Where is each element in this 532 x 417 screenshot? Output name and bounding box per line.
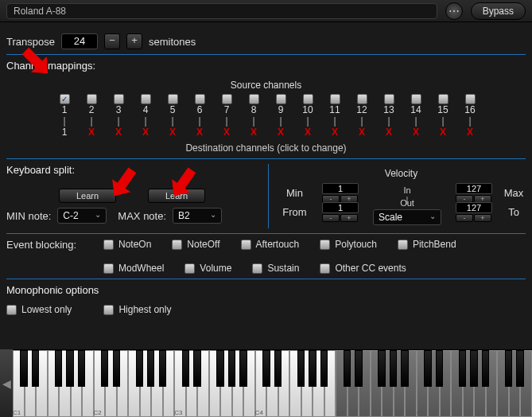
black-key[interactable] [516,350,523,387]
black-key[interactable] [136,350,143,387]
black-key[interactable] [355,350,362,387]
source-channel-checkbox[interactable] [465,94,476,104]
source-channel-checkbox[interactable] [357,94,367,104]
event-block-checkbox[interactable] [320,263,330,274]
virtual-keyboard[interactable]: C1C2C3C4C5C6 [13,349,532,417]
destination-channel[interactable]: X [413,127,419,138]
destination-channel[interactable]: X [386,127,392,138]
min-note-label: MIN note: [6,210,51,222]
black-key[interactable] [113,350,120,387]
source-channel-checkbox[interactable]: ✓ [60,94,70,104]
source-channel-checkbox[interactable] [168,94,178,104]
source-channel-checkbox[interactable] [411,94,421,104]
destination-channel[interactable]: X [359,127,365,138]
source-channel-checkbox[interactable] [222,94,232,104]
destination-channel[interactable]: X [115,127,122,138]
black-key[interactable] [320,350,328,387]
destination-channel[interactable]: X [278,127,284,138]
black-key[interactable] [216,350,223,387]
octave-label: C6 [417,409,425,416]
event-block-checkbox[interactable] [172,240,182,250]
event-block-checkbox[interactable] [398,240,408,250]
destination-channel[interactable]: X [88,127,95,138]
source-channel-number: 13 [383,104,394,115]
black-key[interactable] [459,350,466,387]
destination-channel[interactable]: X [142,127,149,138]
keyboard-scroll-left[interactable]: ◀ [0,349,13,417]
transpose-decrement[interactable]: − [104,33,120,49]
destination-channel[interactable]: X [196,127,203,138]
learn-min-button[interactable]: Learn [59,189,116,203]
lowest-only-checkbox[interactable] [6,305,17,315]
black-key[interactable] [309,350,316,387]
source-channel-checkbox[interactable] [87,94,97,104]
destination-channel[interactable]: X [467,127,473,138]
black-key[interactable] [228,350,235,387]
velocity-max-stepper[interactable]: 127 -+ [456,183,492,203]
source-channel-checkbox[interactable] [195,94,205,104]
black-key[interactable] [239,350,247,387]
black-key[interactable] [436,350,443,387]
black-key[interactable] [390,350,397,387]
source-channel-checkbox[interactable] [384,94,394,104]
source-channel-checkbox[interactable] [249,94,259,104]
black-key[interactable] [78,350,85,387]
transpose-value[interactable]: 24 [61,33,98,49]
max-note-select[interactable]: B2 [173,208,222,224]
event-block-checkbox[interactable] [103,263,114,274]
mapping-bar: | [198,115,200,127]
destination-channel[interactable]: X [250,127,257,138]
mapping-bar: | [90,115,92,127]
black-key[interactable] [401,350,408,387]
bypass-button[interactable]: Bypass [471,2,526,20]
black-key[interactable] [159,350,166,387]
black-key[interactable] [66,350,73,387]
black-key[interactable] [482,350,489,387]
velocity-to-stepper[interactable]: 127 -+ [456,202,492,222]
black-key[interactable] [505,350,512,387]
event-block-checkbox[interactable] [252,263,262,274]
velocity-mode-select[interactable]: Scale [373,209,441,225]
event-block-checkbox[interactable] [103,240,114,250]
event-block-checkbox[interactable] [320,240,330,250]
learn-max-button[interactable]: Learn [148,189,205,203]
device-title[interactable]: Roland A-88 [6,3,437,19]
black-key[interactable] [470,350,477,387]
highest-only-checkbox[interactable] [103,305,114,315]
destination-channel[interactable]: X [223,127,230,138]
black-key[interactable] [32,350,39,387]
black-key[interactable] [262,350,270,387]
black-key[interactable] [274,350,282,387]
transpose-increment[interactable]: + [126,33,142,49]
event-block-checkbox[interactable] [241,240,251,250]
black-key[interactable] [424,350,431,387]
black-key[interactable] [55,350,62,387]
black-key[interactable] [344,350,351,387]
octave-label: C3 [174,409,182,416]
destination-channel[interactable]: X [305,127,311,138]
black-key[interactable] [147,350,154,387]
source-channel-checkbox[interactable] [303,94,313,104]
destination-channel[interactable]: 1 [62,127,68,138]
min-note-select[interactable]: C-2 [57,208,107,224]
more-icon[interactable]: ⋯ [445,2,463,20]
black-key[interactable] [297,350,305,387]
source-channel-checkbox[interactable] [141,94,151,104]
mapping-bar: | [225,115,227,127]
velocity-from-stepper[interactable]: 1 -+ [322,202,359,222]
black-key[interactable] [20,350,27,387]
velocity-min-stepper[interactable]: 1 -+ [322,183,359,203]
destination-channel[interactable]: X [440,127,446,138]
black-key[interactable] [182,350,189,387]
source-channel-checkbox[interactable] [276,94,286,104]
octave-label: C2 [94,409,102,416]
destination-channel[interactable]: X [169,127,176,138]
black-key[interactable] [193,350,200,387]
source-channel-checkbox[interactable] [114,94,124,104]
source-channel-checkbox[interactable] [438,94,449,104]
black-key[interactable] [101,350,108,387]
source-channel-checkbox[interactable] [330,94,340,104]
black-key[interactable] [378,350,385,387]
event-block-checkbox[interactable] [184,263,195,274]
destination-channel[interactable]: X [332,127,338,138]
